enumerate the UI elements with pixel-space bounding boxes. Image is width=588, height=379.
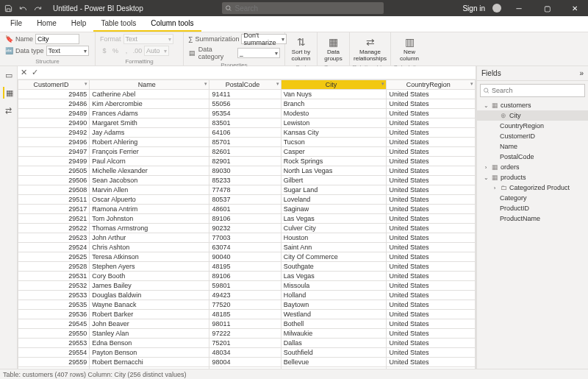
title-search-input[interactable] <box>235 4 381 13</box>
table-row[interactable]: 29521Tom Johnston89106Las VegasUnited St… <box>18 214 476 224</box>
svg-line-3 <box>487 92 489 93</box>
table-row[interactable]: 29489Frances Adams95354ModestoUnited Sta… <box>18 109 476 118</box>
ribbon: 🔖 Name 🔤 Data type Text Structure Format… <box>0 32 588 66</box>
cancel-icon[interactable]: ✕ <box>21 68 27 77</box>
table-row[interactable]: 29506Sean Jacobson85233GilbertUnited Sta… <box>18 176 476 185</box>
save-icon[interactable] <box>3 3 13 13</box>
auto-decimals: Auto <box>144 46 169 56</box>
close-button[interactable]: ✕ <box>564 0 585 16</box>
table-row[interactable]: 29533Douglas Baldwin49423HollandUnited S… <box>18 291 476 300</box>
table-row[interactable]: 29545John Beaver98011BothellUnited State… <box>18 319 476 329</box>
caret-icon: ⌄ <box>483 174 489 181</box>
table-row[interactable]: 29486Kim Abercrombie55056BranchUnited St… <box>18 99 476 109</box>
field-name[interactable]: Name <box>477 141 588 152</box>
maximize-button[interactable]: ▢ <box>537 0 557 16</box>
signin-label[interactable]: Sign in <box>462 4 485 13</box>
data-table[interactable]: CustomerIDNamePostalCodeCityCountryRegio… <box>18 79 476 369</box>
menu-help[interactable]: Help <box>64 16 94 32</box>
percent-icon: % <box>111 46 120 55</box>
field-categorized-product[interactable]: ›🗀Categorized Product <box>477 183 588 193</box>
table-row[interactable]: 29499Paul Alcorn82901Rock SpringsUnited … <box>18 157 476 166</box>
status-text: Table: customers (407 rows) Column: City… <box>3 371 187 378</box>
table-row[interactable]: 29517Ramona Antrim48601SaginawUnited Sta… <box>18 205 476 214</box>
collapse-icon[interactable]: » <box>579 69 584 77</box>
sort-by-column-button[interactable]: ⇅ Sort by column <box>287 34 316 64</box>
menu-home[interactable]: Home <box>29 16 64 32</box>
menu-column-tools[interactable]: Column tools <box>143 16 201 32</box>
table-customers[interactable]: ⌄▦customers <box>477 100 588 110</box>
field-city[interactable]: ⊕City <box>477 110 588 121</box>
table-row[interactable]: 29536Robert Barker48185WestlandUnited St… <box>18 310 476 319</box>
caret-icon: ⌄ <box>483 102 489 109</box>
table-row[interactable]: 29559Robert Bernacchi98004BellevueUnited… <box>18 358 476 367</box>
table-row[interactable]: 29523John Arthur77003HoustonUnited State… <box>18 233 476 243</box>
fields-search[interactable] <box>480 84 585 97</box>
undo-icon[interactable] <box>18 3 28 13</box>
menu-table-tools[interactable]: Table tools <box>93 16 143 32</box>
col-countryregion[interactable]: CountryRegion <box>387 80 476 90</box>
data-view-icon[interactable]: ▦ <box>3 87 15 99</box>
table-row[interactable]: 29508Marvin Allen77478Sugar LandUnited S… <box>18 185 476 195</box>
svg-point-2 <box>484 88 488 92</box>
field-category[interactable]: Category <box>477 193 588 203</box>
table-row[interactable]: 29496Robert Ahlering85701TucsonUnited St… <box>18 138 476 147</box>
groups-icon: ▦ <box>327 35 340 49</box>
fields-tree[interactable]: ⌄▦customers⊕CityCountryRegionCustomerIDN… <box>477 100 588 369</box>
summarization-select[interactable]: Don't summarize <box>241 34 287 44</box>
view-rail: ▭ ▦ ⇄ <box>0 66 18 369</box>
field-countryregion[interactable]: CountryRegion <box>477 121 588 131</box>
datatype-select[interactable]: Text <box>46 46 89 56</box>
table-row[interactable]: 29535Wayne Banack77520BaytownUnited Stat… <box>18 300 476 310</box>
menu-file[interactable]: File <box>3 16 29 32</box>
report-view-icon[interactable]: ▭ <box>3 69 15 81</box>
table-row[interactable]: 29522Thomas Armstrong90232Culver CityUni… <box>18 224 476 233</box>
name-input[interactable] <box>35 34 79 44</box>
tag-icon: 🔖 <box>4 35 13 43</box>
field-productname[interactable]: ProductName <box>477 213 588 224</box>
col-name[interactable]: Name <box>90 80 209 90</box>
table-row[interactable]: 29485Catherine Abel91411Van NuysUnited S… <box>18 90 476 99</box>
table-row[interactable]: 29560Matthias Berndt92025EscondidoUnited… <box>18 367 476 369</box>
table-row[interactable]: 29531Cory Booth89106Las VegasUnited Stat… <box>18 272 476 281</box>
datacategory-select[interactable]: ⎯ <box>237 48 280 58</box>
sigma-icon: ∑ <box>188 35 193 43</box>
field-customerid[interactable]: CustomerID <box>477 131 588 141</box>
commit-icon[interactable]: ✓ <box>32 68 38 77</box>
table-row[interactable]: 29525Teresa Atkinson90040City Of Commerc… <box>18 252 476 262</box>
title-bar: Untitled - Power BI Desktop Sign in ─ ▢ … <box>0 0 588 16</box>
table-row[interactable]: 29553Edna Benson75201DallasUnited States <box>18 339 476 348</box>
table-row[interactable]: 29532James Bailey59801MissoulaUnited Sta… <box>18 281 476 291</box>
menu-bar: FileHomeHelpTable toolsColumn tools <box>0 16 588 32</box>
table-icon: ▦ <box>491 163 498 171</box>
table-icon: ▦ <box>491 174 498 181</box>
field-productid[interactable]: ProductID <box>477 203 588 213</box>
col-customerid[interactable]: CustomerID <box>18 80 90 90</box>
table-row[interactable]: 29490Margaret Smith83501LewistonUnited S… <box>18 118 476 128</box>
new-column-button[interactable]: ▥ New column <box>395 34 424 64</box>
col-postalcode[interactable]: PostalCode <box>209 80 281 90</box>
field-postalcode[interactable]: PostalCode <box>477 152 588 162</box>
svg-point-0 <box>226 6 230 10</box>
table-row[interactable]: 29554Payton Benson48034SouthfieldUnited … <box>18 348 476 358</box>
decimals-icon: .00 <box>133 46 142 55</box>
table-row[interactable]: 29505Michelle Alexander89030North Las Ve… <box>18 166 476 176</box>
fields-pane: Fields » ⌄▦customers⊕CityCountryRegionCu… <box>476 66 588 369</box>
table-row[interactable]: 29511Oscar Alpuerto80537LovelandUnited S… <box>18 195 476 205</box>
table-row[interactable]: 29492Jay Adams64106Kansas CityUnited Sta… <box>18 128 476 138</box>
format-select: Text <box>123 34 173 44</box>
redo-icon[interactable] <box>32 3 43 13</box>
model-view-icon[interactable]: ⇄ <box>3 105 15 116</box>
table-orders[interactable]: ›▦orders <box>477 162 588 172</box>
avatar-icon[interactable] <box>492 4 501 13</box>
table-row[interactable]: 29524Chris Ashton63074Saint AnnUnited St… <box>18 243 476 252</box>
table-row[interactable]: 29528Stephen Ayers48195SouthgateUnited S… <box>18 262 476 272</box>
table-products[interactable]: ⌄▦products <box>477 172 588 183</box>
title-search[interactable] <box>222 2 384 14</box>
table-row[interactable]: 29550Stanley Alan97222MilwaukieUnited St… <box>18 329 476 339</box>
col-city[interactable]: City <box>281 80 387 90</box>
table-row[interactable]: 29497François Ferrier82601CasperUnited S… <box>18 147 476 157</box>
data-groups-button[interactable]: ▦ Data groups <box>319 34 348 64</box>
fields-search-input[interactable] <box>492 87 582 94</box>
minimize-button[interactable]: ─ <box>509 0 529 16</box>
manage-relationships-button[interactable]: ⇄ Manage relationships <box>351 34 390 64</box>
